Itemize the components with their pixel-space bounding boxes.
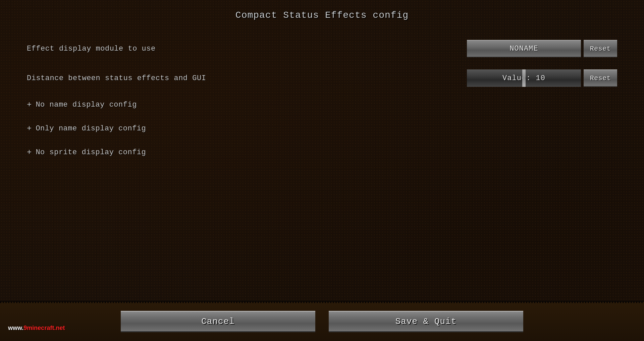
watermark-mine: minecraft.net: [27, 325, 65, 331]
page-title: Compact Status Effects config: [0, 0, 644, 27]
distance-slider-button[interactable]: Value: 10: [467, 69, 581, 87]
effect-display-controls: NONAME Reset: [467, 40, 617, 57]
effect-display-label: Effect display module to use: [27, 45, 156, 53]
distance-controls: Value: 10 Reset: [467, 69, 617, 87]
bottom-bar: Cancel Save & Quit: [0, 301, 644, 341]
save-quit-button[interactable]: Save & Quit: [329, 311, 523, 332]
no-name-display-section[interactable]: + No name display config: [27, 93, 617, 117]
distance-label: Distance between status effects and GUI: [27, 74, 206, 82]
distance-reset-button[interactable]: Reset: [584, 69, 617, 87]
effect-display-value-button[interactable]: NONAME: [467, 40, 581, 57]
no-name-display-label: No name display config: [36, 101, 137, 109]
effect-display-row: Effect display module to use NONAME Rese…: [27, 34, 617, 63]
expand-icon-only-name: +: [27, 124, 32, 133]
only-name-display-section[interactable]: + Only name display config: [27, 117, 617, 140]
no-sprite-display-section[interactable]: + No sprite display config: [27, 140, 617, 164]
expand-icon-no-name: +: [27, 100, 32, 109]
only-name-display-label: Only name display config: [36, 124, 146, 133]
watermark-www: www.: [8, 325, 23, 331]
no-sprite-display-label: No sprite display config: [36, 148, 146, 157]
page-container: Compact Status Effects config Effect dis…: [0, 0, 644, 341]
expand-icon-no-sprite: +: [27, 148, 32, 157]
cancel-button[interactable]: Cancel: [121, 311, 315, 332]
content-area: Effect display module to use NONAME Rese…: [0, 27, 644, 301]
slider-thumb: [522, 69, 526, 87]
distance-row: Distance between status effects and GUI …: [27, 63, 617, 93]
watermark: www.9minecraft.net: [8, 325, 65, 332]
effect-display-reset-button[interactable]: Reset: [584, 40, 617, 57]
watermark-nine: 9: [23, 325, 27, 331]
